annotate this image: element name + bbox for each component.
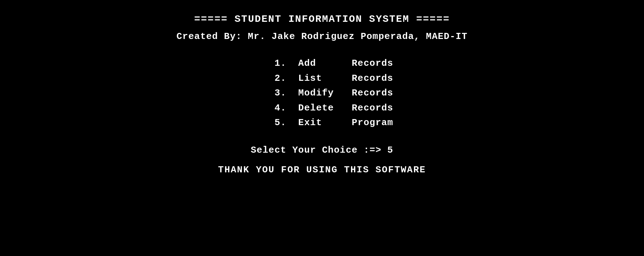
created-by-text: Created By: Mr. Jake Rodriguez Pomperada… xyxy=(176,31,468,42)
menu-item-5: 5. Exit Program xyxy=(251,115,393,131)
select-prompt: Select Your Choice :=> 5 xyxy=(251,145,393,156)
terminal-screen: ===== STUDENT INFORMATION SYSTEM ===== C… xyxy=(0,11,644,175)
app-title: ===== STUDENT INFORMATION SYSTEM ===== xyxy=(194,14,450,25)
thank-you-message: THANK YOU FOR USING THIS SOFTWARE xyxy=(218,164,426,175)
menu-item-1: 1. Add Records xyxy=(251,56,393,71)
menu-item-4: 4. Delete Records xyxy=(251,101,393,116)
menu-item-3: 3. Modify Records xyxy=(251,86,393,101)
menu-item-2: 2. List Records xyxy=(251,71,393,86)
menu-list: 1. Add Records 2. List Records 3. Modify… xyxy=(251,56,393,131)
